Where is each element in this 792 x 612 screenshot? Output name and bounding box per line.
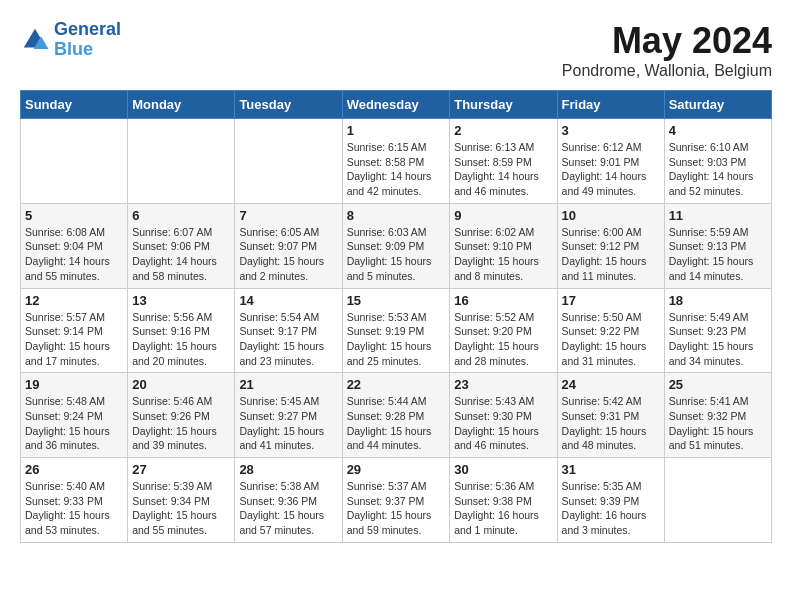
calendar-cell: 17Sunrise: 5:50 AM Sunset: 9:22 PM Dayli…	[557, 288, 664, 373]
calendar-cell: 20Sunrise: 5:46 AM Sunset: 9:26 PM Dayli…	[128, 373, 235, 458]
calendar-cell: 21Sunrise: 5:45 AM Sunset: 9:27 PM Dayli…	[235, 373, 342, 458]
day-number: 19	[25, 377, 123, 392]
weekday-header: Tuesday	[235, 91, 342, 119]
day-number: 29	[347, 462, 446, 477]
day-info: Sunrise: 5:46 AM Sunset: 9:26 PM Dayligh…	[132, 394, 230, 453]
location: Pondrome, Wallonia, Belgium	[562, 62, 772, 80]
calendar-cell: 15Sunrise: 5:53 AM Sunset: 9:19 PM Dayli…	[342, 288, 450, 373]
day-number: 17	[562, 293, 660, 308]
day-info: Sunrise: 6:12 AM Sunset: 9:01 PM Dayligh…	[562, 140, 660, 199]
day-number: 27	[132, 462, 230, 477]
calendar-cell: 27Sunrise: 5:39 AM Sunset: 9:34 PM Dayli…	[128, 458, 235, 543]
day-info: Sunrise: 6:05 AM Sunset: 9:07 PM Dayligh…	[239, 225, 337, 284]
day-number: 2	[454, 123, 552, 138]
day-info: Sunrise: 5:59 AM Sunset: 9:13 PM Dayligh…	[669, 225, 767, 284]
calendar-cell: 24Sunrise: 5:42 AM Sunset: 9:31 PM Dayli…	[557, 373, 664, 458]
day-number: 11	[669, 208, 767, 223]
calendar-body: 1Sunrise: 6:15 AM Sunset: 8:58 PM Daylig…	[21, 119, 772, 543]
calendar-cell: 30Sunrise: 5:36 AM Sunset: 9:38 PM Dayli…	[450, 458, 557, 543]
calendar-cell: 1Sunrise: 6:15 AM Sunset: 8:58 PM Daylig…	[342, 119, 450, 204]
day-number: 7	[239, 208, 337, 223]
weekday-header-row: SundayMondayTuesdayWednesdayThursdayFrid…	[21, 91, 772, 119]
calendar-cell: 29Sunrise: 5:37 AM Sunset: 9:37 PM Dayli…	[342, 458, 450, 543]
day-info: Sunrise: 5:42 AM Sunset: 9:31 PM Dayligh…	[562, 394, 660, 453]
day-number: 12	[25, 293, 123, 308]
calendar-cell	[21, 119, 128, 204]
calendar-cell: 13Sunrise: 5:56 AM Sunset: 9:16 PM Dayli…	[128, 288, 235, 373]
day-info: Sunrise: 6:08 AM Sunset: 9:04 PM Dayligh…	[25, 225, 123, 284]
calendar-cell: 9Sunrise: 6:02 AM Sunset: 9:10 PM Daylig…	[450, 203, 557, 288]
weekday-header: Friday	[557, 91, 664, 119]
calendar-cell: 2Sunrise: 6:13 AM Sunset: 8:59 PM Daylig…	[450, 119, 557, 204]
calendar-cell: 8Sunrise: 6:03 AM Sunset: 9:09 PM Daylig…	[342, 203, 450, 288]
day-info: Sunrise: 5:48 AM Sunset: 9:24 PM Dayligh…	[25, 394, 123, 453]
calendar-week-row: 1Sunrise: 6:15 AM Sunset: 8:58 PM Daylig…	[21, 119, 772, 204]
logo-icon	[20, 25, 50, 55]
calendar-week-row: 26Sunrise: 5:40 AM Sunset: 9:33 PM Dayli…	[21, 458, 772, 543]
calendar-week-row: 5Sunrise: 6:08 AM Sunset: 9:04 PM Daylig…	[21, 203, 772, 288]
calendar-cell: 11Sunrise: 5:59 AM Sunset: 9:13 PM Dayli…	[664, 203, 771, 288]
calendar-cell	[664, 458, 771, 543]
day-info: Sunrise: 6:07 AM Sunset: 9:06 PM Dayligh…	[132, 225, 230, 284]
calendar-cell: 6Sunrise: 6:07 AM Sunset: 9:06 PM Daylig…	[128, 203, 235, 288]
day-number: 25	[669, 377, 767, 392]
day-info: Sunrise: 6:02 AM Sunset: 9:10 PM Dayligh…	[454, 225, 552, 284]
month-title: May 2024	[562, 20, 772, 62]
calendar-cell: 23Sunrise: 5:43 AM Sunset: 9:30 PM Dayli…	[450, 373, 557, 458]
day-number: 10	[562, 208, 660, 223]
day-number: 8	[347, 208, 446, 223]
day-info: Sunrise: 5:36 AM Sunset: 9:38 PM Dayligh…	[454, 479, 552, 538]
day-info: Sunrise: 5:57 AM Sunset: 9:14 PM Dayligh…	[25, 310, 123, 369]
calendar-header: SundayMondayTuesdayWednesdayThursdayFrid…	[21, 91, 772, 119]
day-info: Sunrise: 5:54 AM Sunset: 9:17 PM Dayligh…	[239, 310, 337, 369]
day-info: Sunrise: 5:56 AM Sunset: 9:16 PM Dayligh…	[132, 310, 230, 369]
day-number: 5	[25, 208, 123, 223]
title-block: May 2024 Pondrome, Wallonia, Belgium	[562, 20, 772, 80]
calendar-table: SundayMondayTuesdayWednesdayThursdayFrid…	[20, 90, 772, 543]
day-number: 9	[454, 208, 552, 223]
calendar-cell: 16Sunrise: 5:52 AM Sunset: 9:20 PM Dayli…	[450, 288, 557, 373]
day-info: Sunrise: 5:43 AM Sunset: 9:30 PM Dayligh…	[454, 394, 552, 453]
day-info: Sunrise: 5:39 AM Sunset: 9:34 PM Dayligh…	[132, 479, 230, 538]
weekday-header: Sunday	[21, 91, 128, 119]
day-number: 24	[562, 377, 660, 392]
weekday-header: Wednesday	[342, 91, 450, 119]
day-info: Sunrise: 5:37 AM Sunset: 9:37 PM Dayligh…	[347, 479, 446, 538]
day-info: Sunrise: 5:44 AM Sunset: 9:28 PM Dayligh…	[347, 394, 446, 453]
day-number: 31	[562, 462, 660, 477]
day-number: 14	[239, 293, 337, 308]
weekday-header: Thursday	[450, 91, 557, 119]
day-info: Sunrise: 5:52 AM Sunset: 9:20 PM Dayligh…	[454, 310, 552, 369]
day-number: 4	[669, 123, 767, 138]
calendar-cell: 18Sunrise: 5:49 AM Sunset: 9:23 PM Dayli…	[664, 288, 771, 373]
day-number: 13	[132, 293, 230, 308]
calendar-cell: 12Sunrise: 5:57 AM Sunset: 9:14 PM Dayli…	[21, 288, 128, 373]
day-number: 23	[454, 377, 552, 392]
day-number: 26	[25, 462, 123, 477]
day-number: 20	[132, 377, 230, 392]
day-info: Sunrise: 5:40 AM Sunset: 9:33 PM Dayligh…	[25, 479, 123, 538]
day-info: Sunrise: 5:35 AM Sunset: 9:39 PM Dayligh…	[562, 479, 660, 538]
day-number: 22	[347, 377, 446, 392]
calendar-week-row: 12Sunrise: 5:57 AM Sunset: 9:14 PM Dayli…	[21, 288, 772, 373]
day-info: Sunrise: 6:03 AM Sunset: 9:09 PM Dayligh…	[347, 225, 446, 284]
day-info: Sunrise: 5:38 AM Sunset: 9:36 PM Dayligh…	[239, 479, 337, 538]
calendar-cell: 10Sunrise: 6:00 AM Sunset: 9:12 PM Dayli…	[557, 203, 664, 288]
page-header: General Blue May 2024 Pondrome, Wallonia…	[20, 20, 772, 80]
day-number: 3	[562, 123, 660, 138]
calendar-cell: 19Sunrise: 5:48 AM Sunset: 9:24 PM Dayli…	[21, 373, 128, 458]
day-info: Sunrise: 5:50 AM Sunset: 9:22 PM Dayligh…	[562, 310, 660, 369]
weekday-header: Saturday	[664, 91, 771, 119]
calendar-cell: 22Sunrise: 5:44 AM Sunset: 9:28 PM Dayli…	[342, 373, 450, 458]
logo-text: General Blue	[54, 20, 121, 60]
day-info: Sunrise: 5:41 AM Sunset: 9:32 PM Dayligh…	[669, 394, 767, 453]
day-info: Sunrise: 6:15 AM Sunset: 8:58 PM Dayligh…	[347, 140, 446, 199]
calendar-cell: 25Sunrise: 5:41 AM Sunset: 9:32 PM Dayli…	[664, 373, 771, 458]
calendar-cell: 4Sunrise: 6:10 AM Sunset: 9:03 PM Daylig…	[664, 119, 771, 204]
day-info: Sunrise: 6:10 AM Sunset: 9:03 PM Dayligh…	[669, 140, 767, 199]
day-number: 21	[239, 377, 337, 392]
day-number: 16	[454, 293, 552, 308]
calendar-cell	[128, 119, 235, 204]
day-number: 18	[669, 293, 767, 308]
day-number: 6	[132, 208, 230, 223]
